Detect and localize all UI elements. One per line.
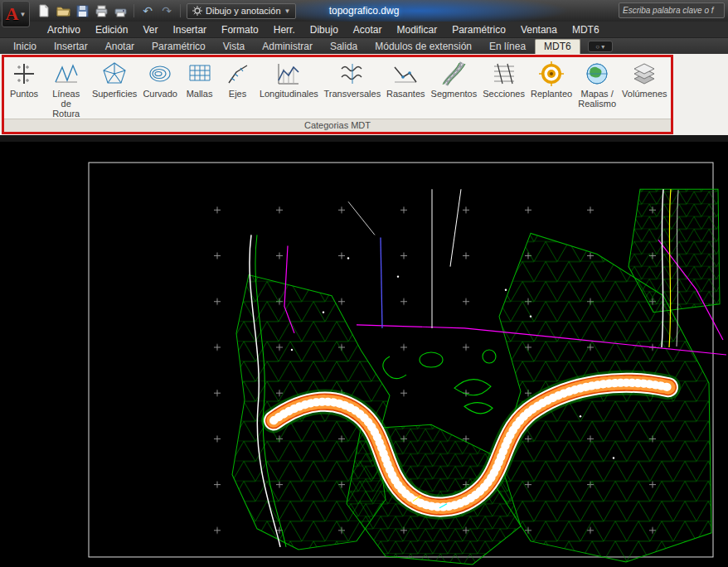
ribbon-item-l-neas-de-rotura[interactable]: Líneas de Rotura <box>43 58 89 119</box>
new-file-icon[interactable] <box>36 3 51 18</box>
ribbon-item-label: Secciones <box>483 89 525 99</box>
title-bar: A ▼ ↶ ↷ Dibujo y an <box>0 0 728 22</box>
undo-icon[interactable]: ↶ <box>140 3 155 18</box>
tab-en-l-nea[interactable]: En línea <box>481 40 534 54</box>
mapas-icon <box>583 60 611 88</box>
redo-icon[interactable]: ↷ <box>159 3 174 18</box>
ribbon-item-label: Líneas de Rotura <box>46 89 85 119</box>
cad-drawing <box>0 142 728 567</box>
ejes-icon <box>224 60 252 88</box>
ribbon-item-label: Longitudinales <box>260 89 318 99</box>
ribbon-item-label: Ejes <box>229 89 246 99</box>
ribbon: PuntosLíneas de RoturaSuperficiesCurvado… <box>0 54 728 135</box>
menu-acotar[interactable]: Acotar <box>346 22 390 38</box>
volumenes-icon <box>630 60 658 88</box>
ribbon-item-label: Superficies <box>92 89 137 99</box>
save-icon[interactable] <box>75 3 90 18</box>
curvado-icon <box>146 60 174 88</box>
menu-ventana[interactable]: Ventana <box>513 22 565 38</box>
ribbon-item-secciones[interactable]: Secciones <box>480 58 528 99</box>
ribbon-bottom-strip <box>0 135 728 142</box>
chevron-down-icon: ▼ <box>19 11 26 18</box>
app-menu-button[interactable]: A ▼ <box>2 1 30 27</box>
tab-inicio[interactable]: Inicio <box>5 40 45 54</box>
ribbon-item-label: Rasantes <box>386 89 425 99</box>
workspace-switcher[interactable]: Dibujo y anotación ▼ <box>187 3 296 19</box>
workspace-label: Dibujo y anotación <box>206 6 281 16</box>
ribbon-item-segmentos[interactable]: Segmentos <box>428 58 480 99</box>
tab-vista[interactable]: Vista <box>215 40 253 54</box>
toolbar-separator <box>133 4 134 17</box>
secciones-icon <box>490 60 518 88</box>
ribbon-item-vol-menes[interactable]: Volúmenes <box>619 58 670 99</box>
search-input[interactable] <box>619 6 724 15</box>
mallas-icon <box>186 60 214 88</box>
ribbon-item-rasantes[interactable]: Rasantes <box>383 58 428 99</box>
gear-icon <box>192 6 202 16</box>
tab-options-icon[interactable]: ○ ▾ <box>588 41 613 52</box>
longitudinales-icon <box>274 60 303 88</box>
mdt-panel: PuntosLíneas de RoturaSuperficiesCurvado… <box>2 55 673 134</box>
ribbon-item-ejes[interactable]: Ejes <box>219 58 257 99</box>
ribbon-item-label: Transversales <box>323 89 381 99</box>
mdt-panel-items: PuntosLíneas de RoturaSuperficiesCurvado… <box>4 57 671 119</box>
menu-param-trico[interactable]: Paramétrico <box>444 22 513 38</box>
menu-edici-n[interactable]: Edición <box>88 22 135 38</box>
rasantes-icon <box>391 60 420 88</box>
menu-formato[interactable]: Formato <box>214 22 266 38</box>
ribbon-item-label: Replanteo <box>531 89 572 99</box>
menu-insertar[interactable]: Insertar <box>165 22 214 38</box>
segmentos-icon <box>439 60 468 88</box>
tab-param-trico[interactable]: Paramétrico <box>143 40 214 54</box>
ribbon-item-mapas-realismo[interactable]: Mapas / Realismo <box>575 58 619 109</box>
tab-anotar[interactable]: Anotar <box>97 40 143 54</box>
ribbon-item-replanteo[interactable]: Replanteo <box>527 58 575 99</box>
ribbon-item-label: Curvado <box>143 89 177 99</box>
ribbon-item-mallas[interactable]: Mallas <box>181 58 219 99</box>
ribbon-item-transversales[interactable]: Transversales <box>321 58 383 99</box>
panel-title: Categorias MDT <box>4 119 671 132</box>
autocad-logo-icon: A <box>6 3 19 25</box>
ribbon-item-superficies[interactable]: Superficies <box>89 58 139 99</box>
puntos-icon <box>10 60 38 88</box>
ribbon-item-puntos[interactable]: Puntos <box>5 58 43 99</box>
ribbon-tab-row: InicioInsertarAnotarParamétricoVistaAdmi… <box>0 38 728 54</box>
chevron-down-icon: ▼ <box>284 7 291 15</box>
menu-mdt6[interactable]: MDT6 <box>565 22 607 38</box>
menubar: ArchivoEdiciónVerInsertarFormatoHerr.Dib… <box>0 22 728 38</box>
tab-administrar[interactable]: Administrar <box>254 40 321 54</box>
quick-access-toolbar: ↶ ↷ Dibujo y anotación ▼ <box>36 3 296 19</box>
ribbon-item-label: Mapas / Realismo <box>578 89 616 109</box>
menu-archivo[interactable]: Archivo <box>40 22 88 38</box>
tab-insertar[interactable]: Insertar <box>46 40 96 54</box>
menu-herr[interactable]: Herr. <box>266 22 303 38</box>
toolbar-separator <box>180 4 181 17</box>
menu-dibujo[interactable]: Dibujo <box>303 22 346 38</box>
replanteo-icon <box>537 60 565 88</box>
tab-m-dulos-de-extensi-n[interactable]: Módulos de extensión <box>366 40 480 54</box>
ribbon-item-curvado[interactable]: Curvado <box>140 58 181 99</box>
drawing-viewport[interactable] <box>0 142 728 567</box>
tab-salida[interactable]: Salida <box>322 40 366 54</box>
ribbon-item-label: Mallas <box>187 89 213 99</box>
lineas-rotura-icon <box>52 60 80 88</box>
print-preview-icon[interactable] <box>113 3 128 18</box>
transversales-icon <box>338 60 366 88</box>
superficies-icon <box>100 60 129 88</box>
ribbon-item-longitudinales[interactable]: Longitudinales <box>257 58 322 99</box>
ribbon-item-label: Segmentos <box>431 89 478 99</box>
autocad-window: A ▼ ↶ ↷ Dibujo y an <box>0 0 728 567</box>
search-box[interactable] <box>619 2 725 18</box>
menu-modificar[interactable]: Modificar <box>390 22 445 38</box>
plot-icon[interactable] <box>94 3 109 18</box>
open-folder-icon[interactable] <box>56 3 70 18</box>
menu-ver[interactable]: Ver <box>135 22 165 38</box>
ribbon-item-label: Puntos <box>10 89 38 99</box>
tab-mdt6[interactable]: MDT6 <box>535 39 580 54</box>
ribbon-item-label: Volúmenes <box>622 89 667 99</box>
